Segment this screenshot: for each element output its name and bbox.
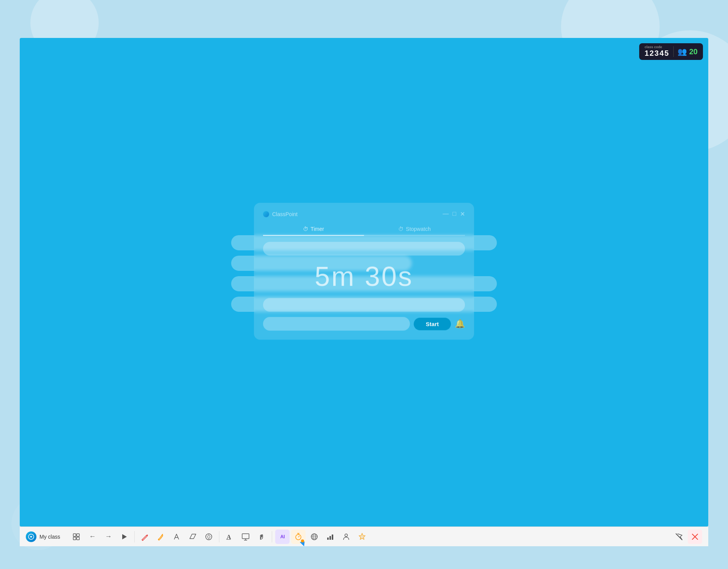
maximize-icon[interactable]: □ [452,211,456,218]
main-wrapper: class code 12345 👥 20 ClassPoint [20,38,708,546]
play-icon [120,533,128,541]
classpoint-logo-small [263,211,269,217]
timer-icon [294,533,303,541]
svg-rect-4 [77,537,79,540]
start-button[interactable]: Start [414,318,451,330]
hide-pointer-icon [675,533,683,541]
svg-rect-13 [242,534,249,539]
toolbar: My class ← → [20,527,708,546]
text-button[interactable]: A [222,530,237,544]
svg-line-8 [158,539,159,540]
popup-title-left: ClassPoint [263,211,298,217]
timer-active-indicator [300,539,307,546]
whiteboard-icon [241,533,250,541]
hand-raise-icon [257,533,266,541]
hand-raise-button[interactable] [254,530,269,544]
class-code-value: 12345 [644,49,670,58]
timer-tabs: ⏱ Timer ⏱ Stopwatch [263,223,465,236]
leaderboard-button[interactable] [355,530,369,544]
close-icon[interactable]: ✕ [460,211,465,218]
back-button[interactable]: ← [85,530,99,544]
divider-3 [272,531,272,542]
exit-icon [691,533,699,541]
participants-button[interactable] [339,530,353,544]
class-name-label: My class [39,534,60,540]
pen-button[interactable] [138,530,152,544]
class-code-badge[interactable]: class code 12345 👥 20 [639,43,703,60]
presentation-area: class code 12345 👥 20 ClassPoint [20,38,708,527]
grid-view-button[interactable] [69,530,84,544]
svg-rect-27 [332,534,333,540]
eraser-button[interactable] [186,530,200,544]
forward-button[interactable]: → [101,530,115,544]
activities-icon [326,533,334,541]
bell-icon[interactable]: 🔔 [455,319,465,329]
ai-button[interactable]: AI [275,530,290,544]
timer-progress-bar[interactable] [263,317,410,331]
tab-stopwatch[interactable]: ⏱ Stopwatch [364,223,465,236]
students-count-area: 👥 20 [678,47,698,56]
svg-point-28 [345,534,348,536]
class-code-label: class code [644,46,662,49]
highlighter-button[interactable] [154,530,168,544]
classpoint-logo [26,531,36,542]
svg-rect-25 [327,538,329,540]
svg-marker-5 [122,534,127,539]
popup-app-title: ClassPoint [272,211,298,217]
svg-line-18 [298,536,299,537]
shapes-button[interactable] [202,530,216,544]
svg-rect-1 [73,534,76,536]
highlighter-icon [157,533,165,541]
timer-display: 5m 30s [263,261,465,292]
tab-timer[interactable]: ⏱ Timer [263,223,364,236]
svg-rect-3 [73,537,76,540]
pen-variant-button[interactable] [170,530,184,544]
leaderboard-icon [358,533,366,541]
play-button[interactable] [117,530,131,544]
eraser-icon [189,533,197,541]
svg-rect-2 [77,534,79,536]
minimize-icon[interactable]: — [443,211,449,218]
stopwatch-tab-icon: ⏱ [398,226,403,232]
text-icon: A [225,533,234,541]
browser-button[interactable] [307,530,321,544]
svg-line-6 [142,540,143,541]
timer-button[interactable] [291,530,306,544]
timer-tab-label: Timer [310,226,324,232]
hide-pointer-button[interactable] [672,530,686,544]
shapes-icon [205,533,213,541]
timer-slider-1[interactable] [263,242,465,256]
browser-icon [310,533,318,541]
toolbar-logo-area: My class [26,531,60,542]
stopwatch-tab-label: Stopwatch [406,226,430,232]
svg-line-29 [676,534,682,540]
timer-slider-2[interactable] [263,298,465,312]
timer-popup: ClassPoint — □ ✕ ⏱ Timer ⏱ Stopwatch [254,203,474,340]
whiteboard-button[interactable] [238,530,253,544]
timer-tab-icon: ⏱ [303,226,308,232]
participants-icon [342,533,350,541]
divider-1 [134,531,135,542]
svg-rect-26 [329,536,331,540]
popup-window-controls: — □ ✕ [443,211,465,218]
pen-variant-icon [173,533,181,541]
ai-icon: AI [280,534,285,539]
exit-button[interactable] [688,530,702,544]
divider-2 [219,531,219,542]
popup-titlebar: ClassPoint — □ ✕ [263,211,465,218]
svg-text:A: A [227,534,231,540]
svg-line-7 [162,534,163,535]
pen-icon [141,533,149,541]
activities-button[interactable] [323,530,337,544]
students-count: 20 [689,47,698,56]
forward-icon: → [105,533,112,541]
back-icon: ← [89,533,96,541]
timer-bottom-row: Start 🔔 [263,317,465,331]
grid-view-icon [72,533,80,541]
students-icon: 👥 [678,47,687,56]
